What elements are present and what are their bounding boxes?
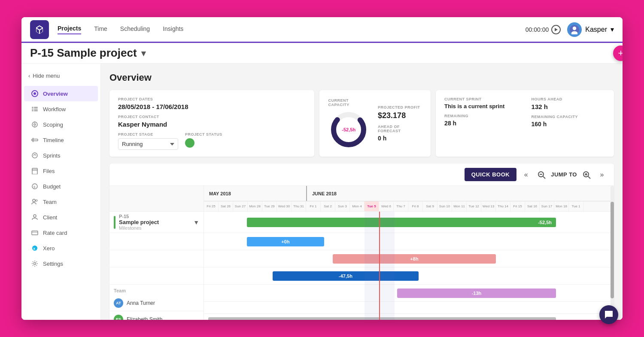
nav-time[interactable]: Time (94, 25, 107, 34)
project-status-dot (185, 138, 194, 148)
gantt-bar-row-blue-light: +0h (204, 233, 614, 250)
gantt-bars-area: -52,5h +0h (204, 212, 614, 320)
sidebar-item-xero[interactable]: X Xero (24, 240, 98, 256)
user-avatar (567, 22, 582, 37)
projected-profit-label: PROJECTED PROFIT (378, 105, 422, 109)
svg-rect-11 (34, 110, 38, 111)
svg-point-13 (34, 124, 36, 125)
chat-bubble-button[interactable] (599, 305, 618, 324)
sidebar-item-sprints[interactable]: Sprints (24, 148, 98, 163)
green-bar-label: -52,5h (538, 220, 552, 225)
user-chevron-icon: ▾ (611, 25, 614, 33)
app-logo[interactable] (30, 20, 49, 39)
gantt-left-panel: P-15 Sample project Milestones ▼ (109, 186, 204, 320)
month-may: MAY 2018 (204, 186, 307, 201)
svg-point-5 (33, 92, 36, 95)
gantt-bar-row-salmon: +8h (204, 250, 614, 267)
gantt-bar-row-blue-dark: -47,5h (204, 267, 614, 285)
sidebar-label-sprints: Sprints (43, 152, 60, 159)
hours-ahead-label: HOURS AHEAD (532, 97, 605, 101)
projected-profit-value: $23.178 (378, 111, 422, 120)
svg-point-30 (34, 263, 36, 265)
svg-rect-6 (32, 107, 33, 108)
svg-rect-19 (32, 168, 37, 174)
team-section-label: Team (109, 285, 204, 295)
ahead-of-forecast-value: 0 h (378, 135, 422, 142)
sidebar-item-rate-card[interactable]: Rate card (24, 225, 98, 240)
workflow-icon (31, 105, 39, 113)
project-stage-label: PROJECT STAGE (118, 132, 178, 137)
gantt-collapse-icon[interactable]: ▼ (193, 219, 199, 226)
gantt-bar-row-anna: 120h (204, 314, 614, 320)
ahead-of-forecast-label: AHEAD OF FORECAST (378, 124, 422, 133)
gantt-project-row: P-15 Sample project Milestones ▼ (109, 212, 204, 233)
svg-rect-8 (32, 110, 33, 111)
svg-rect-9 (34, 107, 38, 108)
stat-card-dates: PROJECT DATES 28/05/2018 - 17/06/2018 PR… (109, 90, 314, 157)
hide-menu-button[interactable]: ‹ Hide menu (21, 70, 100, 82)
fab-add-button[interactable]: + (613, 46, 623, 61)
xero-icon: X (31, 244, 39, 252)
sidebar-label-scoping: Scoping (43, 121, 63, 128)
sidebar-item-team[interactable]: Team (24, 194, 98, 209)
gantt-scrollbar-track[interactable] (611, 186, 614, 320)
project-dropdown-icon[interactable]: ▾ (141, 48, 146, 58)
quick-book-button[interactable]: QUICK BOOK (465, 168, 517, 181)
sidebar-item-budget[interactable]: $ Budget (24, 179, 98, 194)
sidebar-item-timeline[interactable]: Timeline (24, 132, 98, 148)
client-icon (31, 213, 39, 221)
stat-card-sprint: CURRENT SPRINT This is a current sprint … (436, 90, 614, 157)
sidebar-item-settings[interactable]: Settings (24, 256, 98, 271)
project-contact-value: Kasper Nymand (118, 121, 306, 128)
sprints-icon (31, 152, 39, 159)
main-content: Overview PROJECT DATES 28/05/2018 - 17/0… (101, 64, 623, 320)
svg-point-24 (36, 200, 37, 201)
remaining-label: REMAINING (444, 114, 518, 118)
page-title: Overview (109, 72, 614, 83)
current-sprint-value: This is a current sprint (444, 103, 518, 109)
gantt-next-next-button[interactable]: » (596, 169, 608, 181)
project-header: P-15 Sample project ▾ + (21, 43, 623, 64)
gantt-scrollbar-thumb[interactable] (611, 202, 614, 298)
sidebar-item-scoping[interactable]: Scoping (24, 117, 98, 132)
team-label-spacer (204, 302, 614, 314)
timer-play-button[interactable] (551, 25, 561, 34)
project-stage-select[interactable]: Running Planning Complete (118, 138, 178, 150)
current-capacity-label: CURRENT CAPACITY (328, 98, 369, 107)
sidebar-label-xero: Xero (43, 245, 55, 252)
pink-bar-label: -13h (472, 291, 482, 296)
svg-rect-26 (32, 231, 38, 235)
nav-right: 00:00:00 Kasper ▾ (526, 22, 614, 37)
project-status-label: PROJECT STATUS (185, 132, 222, 137)
zoom-in-button[interactable] (580, 169, 592, 181)
nav-insights[interactable]: Insights (163, 25, 183, 34)
zoom-out-button[interactable] (535, 169, 547, 181)
remaining-value: 28 h (444, 120, 518, 127)
month-june: JUNE 2018 (307, 186, 614, 201)
sidebar-item-client[interactable]: Client (24, 209, 98, 225)
gantt-prev-prev-button[interactable]: « (520, 169, 532, 181)
sidebar-item-overview[interactable]: Overview (24, 86, 98, 101)
gantt-milestones: Milestones (119, 225, 159, 231)
sidebar-item-workflow[interactable]: Workflow (24, 101, 98, 117)
jump-to-label: JUMP TO (551, 171, 577, 178)
main-body: ‹ Hide menu Overview Workflow (21, 64, 623, 320)
hours-ahead-value: 132 h (532, 103, 605, 110)
timer-display: 00:00:00 (526, 25, 561, 34)
stat-card-capacity: CURRENT CAPACITY -52,5h PROJECTED PROFIT (319, 90, 431, 157)
sidebar-label-settings: Settings (43, 261, 63, 267)
blue-light-bar-label: +0h (281, 239, 289, 244)
nav-scheduling[interactable]: Scheduling (120, 25, 150, 34)
gantt-bar-row-pink: -13h (204, 285, 614, 302)
blue-dark-bar-label: -47,5h (339, 273, 352, 279)
user-menu[interactable]: Kasper ▾ (567, 22, 614, 37)
sidebar-item-files[interactable]: Files (24, 163, 98, 179)
svg-point-23 (33, 199, 35, 202)
svg-rect-16 (32, 139, 38, 141)
nav-projects[interactable]: Projects (58, 25, 81, 34)
svg-point-2 (573, 26, 577, 30)
current-sprint-label: CURRENT SPRINT (444, 97, 518, 101)
gantt-section: QUICK BOOK « JUMP TO » (109, 164, 614, 320)
project-dates-value: 28/05/2018 - 17/06/2018 (118, 103, 306, 110)
gantt-project-name: Sample project (119, 219, 159, 225)
